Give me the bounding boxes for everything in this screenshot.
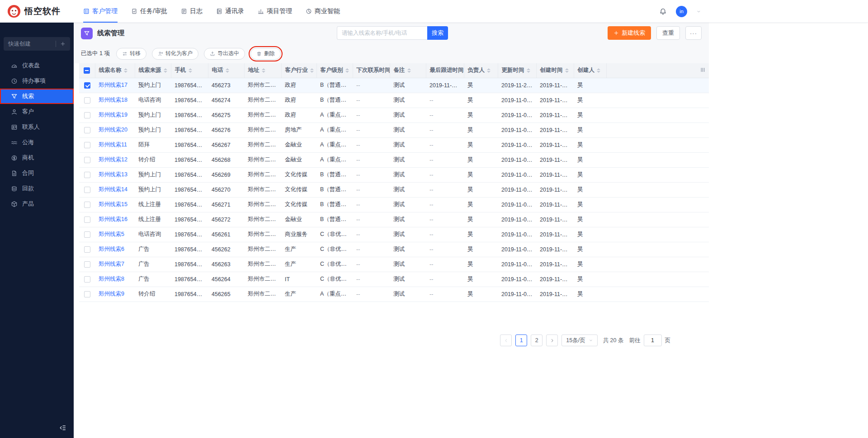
lead-name-link[interactable]: 郑州线索6 bbox=[99, 246, 124, 252]
lead-name-link[interactable]: 郑州线索15 bbox=[99, 201, 127, 207]
more-actions-button[interactable]: ··· bbox=[685, 26, 702, 40]
row-checkbox[interactable] bbox=[84, 157, 90, 163]
row-checkbox[interactable] bbox=[84, 202, 90, 208]
sidebar-item-dashboard[interactable]: 仪表盘 bbox=[0, 58, 74, 73]
lead-name-link[interactable]: 郑州线索5 bbox=[99, 231, 124, 237]
table-row[interactable]: 郑州线索12转介绍198765478...456268郑州市二七区金融业A（重点… bbox=[79, 152, 709, 167]
lead-name-link[interactable]: 郑州线索11 bbox=[99, 141, 127, 148]
sort-icons[interactable] bbox=[487, 68, 491, 73]
table-row[interactable]: 郑州线索19预约上门198765478...456275郑州市二七区政府A（重点… bbox=[79, 108, 709, 122]
dedupe-button[interactable]: 查重 bbox=[656, 26, 680, 40]
sort-icons[interactable] bbox=[597, 68, 600, 73]
sidebar-item-contacts[interactable]: 联系人 bbox=[0, 119, 74, 135]
user-menu-chevron-icon[interactable] bbox=[696, 9, 701, 14]
sort-icons[interactable] bbox=[345, 68, 349, 73]
sidebar-item-opportunities[interactable]: 商机 bbox=[0, 150, 74, 165]
page-size-select[interactable]: 15条/页 bbox=[561, 334, 597, 346]
column-header-next_time[interactable]: 下次联系时间 bbox=[353, 63, 390, 78]
lead-name-link[interactable]: 郑州线索16 bbox=[99, 216, 127, 222]
row-checkbox[interactable] bbox=[84, 127, 90, 133]
user-avatar[interactable]: in bbox=[676, 6, 687, 17]
table-row[interactable]: 郑州线索16线上注册198765478...456272郑州市二七区金融业B（普… bbox=[79, 212, 709, 227]
table-row[interactable]: 郑州线索14预约上门198765478...456270郑州市二七区文化传媒B（… bbox=[79, 182, 709, 197]
column-header-industry[interactable]: 客户行业 bbox=[281, 63, 316, 78]
column-header-phone[interactable]: 电话 bbox=[208, 63, 244, 78]
row-checkbox[interactable] bbox=[84, 187, 90, 193]
search-button[interactable]: 搜索 bbox=[427, 26, 448, 40]
column-header-creator[interactable]: 创建人 bbox=[574, 63, 606, 78]
table-row[interactable]: 郑州线索11陌拜198765478...456267郑州市二七区金融业A（重点客… bbox=[79, 137, 709, 152]
table-row[interactable]: 郑州线索7广告198765478...456263郑州市二七区生产C（非优先..… bbox=[79, 257, 709, 272]
table-row[interactable]: 郑州线索5电话咨询198765478...456261郑州市二七区商业服务C（非… bbox=[79, 227, 709, 242]
nav-item-bi[interactable]: 商业智能 bbox=[299, 0, 347, 23]
table-row[interactable]: 郑州线索15线上注册198765478...456271郑州市二七区文化传媒B（… bbox=[79, 197, 709, 212]
table-row[interactable]: 郑州线索17预约上门198765478...456273郑州市二七区政府B（普通… bbox=[79, 78, 709, 93]
select-all-checkbox[interactable] bbox=[84, 67, 90, 74]
row-checkbox[interactable] bbox=[84, 172, 90, 178]
next-page-button[interactable] bbox=[546, 334, 558, 346]
delete-button[interactable]: 删除 bbox=[250, 48, 281, 60]
table-row[interactable]: 郑州线索18电话咨询198765478...456274郑州市二七区政府B（普通… bbox=[79, 93, 709, 108]
column-header-mobile[interactable]: 手机 bbox=[171, 63, 208, 78]
column-header-level[interactable]: 客户级别 bbox=[316, 63, 353, 78]
notifications-bell-icon[interactable] bbox=[659, 8, 667, 15]
nav-item-customers[interactable]: 客户管理 bbox=[76, 0, 124, 23]
sort-icons[interactable] bbox=[527, 68, 530, 73]
sidebar-item-products[interactable]: 产品 bbox=[0, 196, 74, 212]
column-header-owner[interactable]: 负责人 bbox=[464, 63, 498, 78]
page-button-2[interactable]: 2 bbox=[531, 334, 542, 346]
search-input[interactable] bbox=[337, 26, 427, 40]
sort-icons[interactable] bbox=[226, 68, 229, 73]
lead-name-link[interactable]: 郑州线索14 bbox=[99, 186, 127, 193]
column-header-updated[interactable]: 更新时间 bbox=[498, 63, 536, 78]
table-row[interactable]: 郑州线索6广告198765478...456262郑州市二七区生产C（非优先..… bbox=[79, 242, 709, 257]
row-checkbox[interactable] bbox=[84, 97, 90, 104]
row-checkbox[interactable] bbox=[84, 217, 90, 223]
lead-name-link[interactable]: 郑州线索13 bbox=[99, 171, 127, 178]
lead-name-link[interactable]: 郑州线索12 bbox=[99, 156, 127, 163]
column-header-remark[interactable]: 备注 bbox=[390, 63, 426, 78]
lead-name-link[interactable]: 郑州线索19 bbox=[99, 112, 127, 118]
export-selected-button[interactable]: 导出选中 bbox=[204, 48, 245, 60]
transfer-button[interactable]: 转移 bbox=[116, 48, 146, 60]
nav-item-tasks[interactable]: 任务/审批 bbox=[124, 0, 174, 23]
sidebar-item-pool[interactable]: 公海 bbox=[0, 135, 74, 150]
table-row[interactable]: 郑州线索13预约上门198765478...456269郑州市二七区文化传媒B（… bbox=[79, 167, 709, 182]
row-checkbox[interactable] bbox=[84, 142, 90, 148]
lead-name-link[interactable]: 郑州线索8 bbox=[99, 276, 124, 282]
collapse-sidebar-icon[interactable] bbox=[59, 424, 66, 432]
sidebar-item-payments[interactable]: 回款 bbox=[0, 181, 74, 196]
convert-to-customer-button[interactable]: 转化为客户 bbox=[152, 48, 198, 60]
column-header-address[interactable]: 地址 bbox=[244, 63, 281, 78]
table-row[interactable]: 郑州线索8广告198765478...456264郑州市二七区ITC（非优先..… bbox=[79, 272, 709, 287]
table-row[interactable]: 郑州线索9转介绍198765478...456265郑州市二七区生产A（重点客.… bbox=[79, 287, 709, 301]
sort-icons[interactable] bbox=[262, 68, 265, 73]
column-header-name[interactable]: 线索名称 bbox=[95, 63, 135, 78]
table-row[interactable]: 郑州线索20预约上门198765478...456276郑州市二七区房地产A（重… bbox=[79, 122, 709, 137]
sort-icons[interactable] bbox=[407, 68, 411, 73]
sort-icons[interactable] bbox=[189, 68, 192, 73]
row-checkbox[interactable] bbox=[84, 261, 90, 268]
column-header-last_follow[interactable]: 最后跟进时间 bbox=[426, 63, 464, 78]
row-checkbox[interactable] bbox=[84, 246, 90, 253]
sidebar-item-customers[interactable]: 客户 bbox=[0, 104, 74, 119]
nav-item-journal[interactable]: 日志 bbox=[174, 0, 209, 23]
row-checkbox[interactable] bbox=[84, 231, 90, 238]
nav-item-projects[interactable]: 项目管理 bbox=[251, 0, 299, 23]
quick-create-box[interactable]: 快速创建 bbox=[4, 37, 70, 51]
nav-item-contacts[interactable]: 通讯录 bbox=[209, 0, 251, 23]
goto-page-input[interactable] bbox=[644, 334, 662, 346]
row-checkbox[interactable] bbox=[84, 82, 90, 89]
quick-create-plus-icon[interactable] bbox=[60, 41, 66, 47]
row-checkbox[interactable] bbox=[84, 276, 90, 283]
lead-name-link[interactable]: 郑州线索9 bbox=[99, 291, 124, 297]
column-header-source[interactable]: 线索来源 bbox=[135, 63, 171, 78]
column-header-created[interactable]: 创建时间 bbox=[536, 63, 574, 78]
prev-page-button[interactable] bbox=[500, 334, 512, 346]
column-settings-icon[interactable] bbox=[700, 67, 706, 73]
sort-icons[interactable] bbox=[164, 68, 167, 73]
row-checkbox[interactable] bbox=[84, 291, 90, 297]
sidebar-item-contracts[interactable]: 合同 bbox=[0, 165, 74, 181]
sidebar-item-todo[interactable]: 待办事项 bbox=[0, 73, 74, 89]
sort-icons[interactable] bbox=[565, 68, 569, 73]
